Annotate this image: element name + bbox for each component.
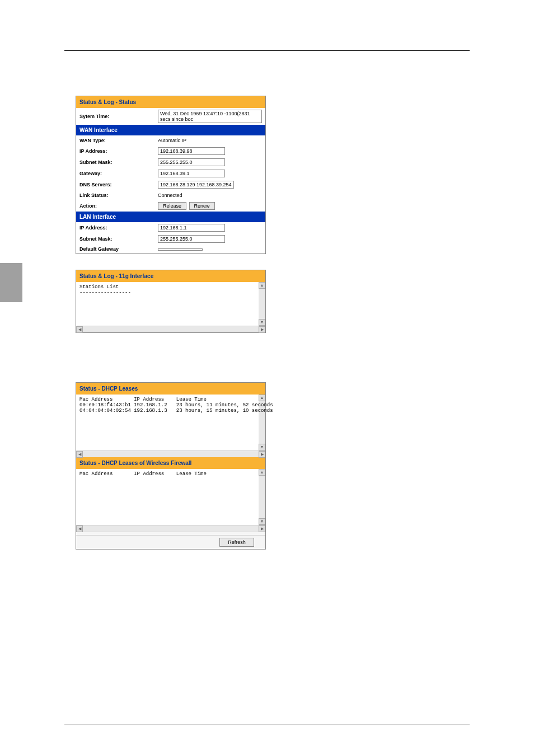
link-value: Connected [158, 192, 262, 199]
hscroll-bar-2: ◀ ▶ [76, 525, 265, 532]
dns-value: 192.168.28.129 192.168.39.254 [158, 181, 234, 189]
lan-subnet-value: 255.255.255.0 [158, 235, 225, 243]
dhcp-leases-wireless-area: Mac Address IP Address Lease Time ▲ ▼ [76, 469, 265, 525]
dhcp-wireless-header-line: Mac Address IP Address Lease Time [79, 471, 207, 477]
lan-subnet-row: Subnet Mask: 255.255.255.0 [76, 233, 265, 245]
lan-ip-value: 192.168.1.1 [158, 224, 225, 232]
system-time-label: Sytem Time: [79, 114, 158, 119]
scroll-down-icon[interactable]: ▼ [259, 319, 265, 326]
wan-ip-value: 192.168.39.98 [158, 147, 225, 155]
gateway-row: Gateway: 192.168.39.1 [76, 168, 265, 179]
status-dhcp-leases-panel: Status - DHCP Leases Mac Address IP Addr… [76, 382, 266, 550]
scroll-left-icon[interactable]: ◀ [76, 525, 83, 532]
lan-ip-row: IP Address: 192.168.1.1 [76, 222, 265, 233]
lan-subnet-label: Subnet Mask: [79, 236, 158, 242]
top-divider [64, 50, 470, 51]
lan-ip-label: IP Address: [79, 225, 158, 231]
dns-label: DNS Servers: [79, 182, 158, 187]
stations-line1: Stations List [79, 284, 119, 290]
dhcp-leases-wireless-title: Status - DHCP Leases of Wireless Firewal… [76, 457, 265, 469]
wan-ip-label: IP Address: [79, 148, 158, 154]
scroll-right-icon[interactable]: ▶ [259, 451, 265, 458]
dhcp-row-1: 00:e0:18:f4:43:b1 192.168.1.2 23 hours, … [79, 402, 273, 408]
bottom-divider [64, 725, 470, 725]
gateway-label: Gateway: [79, 171, 158, 176]
hscroll-bar: ◀ ▶ [76, 326, 265, 332]
renew-button[interactable]: Renew [189, 202, 215, 210]
panel-title-11g: Status & Log - 11g Interface [76, 270, 265, 282]
status-log-status-panel: Status & Log - Status Sytem Time: Wed, 3… [76, 96, 266, 254]
dhcp-leases-title: Status - DHCP Leases [76, 383, 265, 395]
status-log-11g-panel: Status & Log - 11g Interface Stations Li… [76, 270, 266, 333]
scroll-up-icon[interactable]: ▲ [259, 395, 265, 401]
wan-subnet-value: 255.255.255.0 [158, 158, 225, 166]
default-gw-row: Default Gateway [76, 245, 265, 253]
refresh-row: Refresh [76, 535, 265, 549]
system-time-value: Wed, 31 Dec 1969 13:47:10 -1100(2831 sec… [158, 110, 262, 123]
link-label: Link Status: [79, 192, 158, 198]
system-time-row: Sytem Time: Wed, 31 Dec 1969 13:47:10 -1… [76, 108, 265, 125]
default-gw-label: Default Gateway [79, 246, 158, 252]
wan-ip-row: IP Address: 192.168.39.98 [76, 145, 265, 157]
scroll-up-icon[interactable]: ▲ [259, 282, 265, 289]
scroll-down-icon[interactable]: ▼ [259, 444, 265, 450]
action-label: Action: [79, 203, 158, 209]
panel-title: Status & Log - Status [76, 96, 265, 108]
refresh-button[interactable]: Refresh [219, 538, 254, 547]
action-row: Action: Release Renew [76, 200, 265, 212]
dhcp-row-2: 04:04:04:04:02:54 192.168.1.3 23 hours, … [79, 408, 273, 414]
dhcp-header-line: Mac Address IP Address Lease Time [79, 397, 207, 402]
link-row: Link Status: Connected [76, 190, 265, 200]
wan-subnet-label: Subnet Mask: [79, 159, 158, 165]
scroll-left-icon[interactable]: ◀ [76, 451, 83, 458]
hscroll-bar-1: ◀ ▶ [76, 450, 265, 457]
dhcp-leases-area: Mac Address IP Address Lease Time 00:e0:… [76, 395, 265, 450]
wan-type-row: WAN Type: Automatic IP [76, 135, 265, 145]
wan-interface-header: WAN Interface [76, 125, 265, 135]
wan-subnet-row: Subnet Mask: 255.255.255.0 [76, 157, 265, 168]
wan-type-value: Automatic IP [158, 137, 262, 144]
sidebar-tab [0, 263, 22, 302]
release-button[interactable]: Release [158, 202, 186, 210]
wan-type-label: WAN Type: [79, 138, 158, 143]
gateway-value: 192.168.39.1 [158, 170, 225, 177]
scroll-up-icon[interactable]: ▲ [259, 469, 265, 476]
default-gw-value [158, 248, 203, 251]
scroll-left-icon[interactable]: ◀ [76, 326, 83, 333]
scroll-right-icon[interactable]: ▶ [259, 525, 265, 532]
stations-line2: ----------------- [79, 290, 131, 295]
dns-row: DNS Servers: 192.168.28.129 192.168.39.2… [76, 179, 265, 190]
content-area: Status & Log - Status Sytem Time: Wed, 3… [76, 96, 266, 550]
scroll-right-icon[interactable]: ▶ [259, 326, 265, 333]
scroll-down-icon[interactable]: ▼ [259, 518, 265, 525]
stations-list-area: Stations List ----------------- ▲ ▼ [76, 282, 265, 326]
lan-interface-header: LAN Interface [76, 212, 265, 222]
